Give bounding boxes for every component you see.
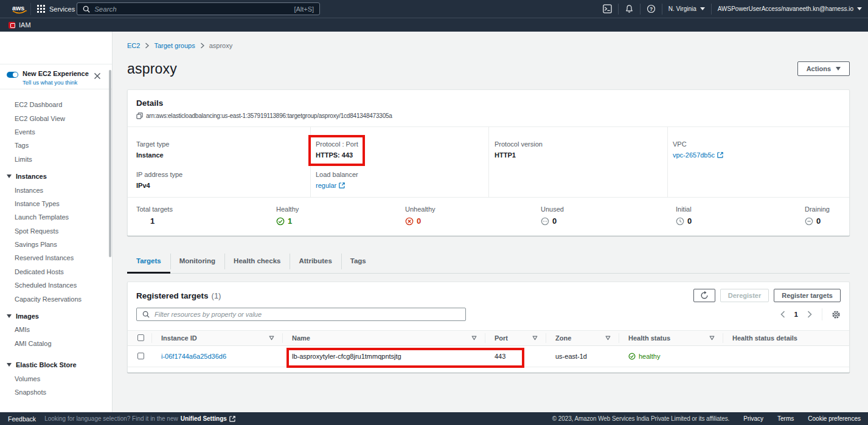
sidebar-item-ec2-dashboard[interactable]: EC2 Dashboard	[0, 98, 108, 111]
instance-id-link[interactable]: i-06f1744a6a25d36d6	[161, 353, 226, 360]
copy-icon[interactable]	[136, 112, 143, 119]
new-experience-toggle[interactable]	[7, 72, 18, 78]
tell-us-link[interactable]: Tell us what you think	[23, 79, 77, 86]
details-card: Details arn:aws:elasticloadbalancing:us-…	[127, 89, 850, 236]
sidebar-item-volumes[interactable]: Volumes	[0, 371, 108, 385]
sidebar-item-reserved-instances[interactable]: Reserved Instances	[0, 251, 108, 264]
ellipsis-circle-icon	[541, 217, 549, 226]
sort-icon[interactable]	[709, 336, 715, 340]
stat-unhealthy: Unhealthy 0	[405, 206, 436, 226]
tab-tags[interactable]: Tags	[341, 249, 375, 274]
page-number[interactable]: 1	[790, 311, 802, 318]
unified-settings-link[interactable]: Unified Settings	[181, 415, 235, 422]
tab-health-checks[interactable]: Health checks	[224, 249, 290, 274]
sidebar-item-ec2-global-view[interactable]: EC2 Global View	[0, 111, 108, 125]
stat-draining: Draining 0	[805, 206, 830, 226]
sidebar-item-limits[interactable]: Limits	[0, 153, 108, 166]
sidebar-nav: EC2 Dashboard EC2 Global View Events Tag…	[0, 98, 108, 399]
protocol-port-value: HTTPS: 443	[316, 151, 488, 159]
sidebar-item-capacity-reservations[interactable]: Capacity Reservations	[0, 292, 108, 305]
sidebar-item-instances[interactable]: Instances	[0, 183, 108, 196]
account-label: AWSPowerUserAccess/navaneeth.kn@harness.…	[718, 5, 853, 12]
global-search-box[interactable]: [Alt+S]	[77, 2, 320, 15]
filter-input[interactable]	[155, 311, 460, 318]
sort-icon[interactable]	[532, 336, 538, 340]
register-targets-button[interactable]: Register targets	[774, 289, 841, 302]
account-menu[interactable]: AWSPowerUserAccess/navaneeth.kn@harness.…	[712, 0, 868, 18]
previous-page-icon[interactable]	[780, 311, 785, 318]
breadcrumb-current: asproxy	[209, 42, 233, 49]
aws-logo-icon[interactable]: aws	[12, 3, 28, 15]
services-label: Services	[49, 5, 75, 13]
new-experience-banner: New EC2 Experience Tell us what you thin…	[0, 64, 112, 89]
column-health-status: Health status	[628, 334, 670, 342]
search-shortcut-hint: [Alt+S]	[294, 5, 314, 13]
sidebar-item-amis[interactable]: AMIs	[0, 323, 108, 336]
registered-targets-heading: Registered targets	[136, 291, 209, 300]
region-selector[interactable]: N. Virginia	[662, 0, 711, 18]
services-menu-button[interactable]: Services	[37, 5, 75, 13]
sort-icon[interactable]	[471, 336, 477, 340]
help-button[interactable]: ?	[641, 0, 662, 18]
tab-attributes[interactable]: Attributes	[290, 249, 341, 274]
sidebar-section-images[interactable]: Images	[0, 309, 108, 323]
ec2-sidebar: New EC2 Experience Tell us what you thin…	[0, 32, 113, 412]
sort-icon[interactable]	[269, 336, 274, 340]
registered-targets-table: Instance ID Name Port Zone Health status…	[128, 330, 849, 367]
favorite-iam[interactable]: IAM	[9, 21, 31, 29]
sidebar-item-launch-templates[interactable]: Launch Templates	[0, 210, 108, 224]
sidebar-scrollbar[interactable]	[109, 70, 111, 257]
cookie-preferences-link[interactable]: Cookie preferences	[808, 415, 861, 422]
close-icon[interactable]	[94, 72, 101, 80]
next-page-icon[interactable]	[807, 311, 812, 318]
sidebar-item-ami-catalog[interactable]: AMI Catalog	[0, 337, 108, 350]
iam-label: IAM	[19, 21, 31, 29]
privacy-link[interactable]: Privacy	[743, 415, 763, 422]
sort-icon[interactable]	[605, 336, 611, 340]
clock-icon	[676, 217, 684, 226]
chevron-right-icon	[145, 43, 149, 49]
sidebar-item-tags[interactable]: Tags	[0, 139, 108, 152]
svg-text:aws: aws	[12, 4, 24, 11]
sidebar-item-dedicated-hosts[interactable]: Dedicated Hosts	[0, 265, 108, 278]
breadcrumb-target-groups-link[interactable]: Target groups	[154, 42, 195, 49]
table-row: i-06f1744a6a25d36d6 lb-asproxytyler-cfcg…	[128, 346, 849, 367]
stat-initial: Initial 0	[676, 206, 692, 226]
cloudshell-button[interactable]	[597, 0, 618, 18]
svg-text:?: ?	[650, 6, 653, 12]
row-checkbox[interactable]	[137, 353, 144, 359]
target-port-cell: 443	[485, 346, 546, 367]
actions-button[interactable]: Actions	[797, 61, 850, 76]
deregister-button[interactable]: Deregister	[720, 289, 769, 302]
sidebar-item-events[interactable]: Events	[0, 125, 108, 139]
search-icon	[142, 311, 150, 318]
load-balancer-link[interactable]: regular	[316, 181, 345, 190]
sidebar-item-spot-requests[interactable]: Spot Requests	[0, 224, 108, 238]
registered-targets-count: (1)	[212, 291, 221, 300]
settings-gear-icon[interactable]	[832, 310, 841, 319]
chevron-down-icon	[700, 7, 705, 10]
sidebar-item-snapshots[interactable]: Snapshots	[0, 385, 108, 399]
sidebar-section-instances[interactable]: Instances	[0, 170, 108, 183]
sidebar-item-savings-plans[interactable]: Savings Plans	[0, 238, 108, 251]
terms-link[interactable]: Terms	[777, 415, 794, 422]
services-grid-icon	[37, 5, 45, 13]
feedback-link[interactable]: Feedback	[8, 415, 36, 423]
sidebar-item-scheduled-instances[interactable]: Scheduled Instances	[0, 278, 108, 292]
breadcrumb-ec2-link[interactable]: EC2	[127, 42, 140, 49]
stat-unused: Unused 0	[541, 206, 564, 226]
triangle-down-icon	[7, 174, 12, 178]
tab-monitoring[interactable]: Monitoring	[170, 249, 224, 274]
tab-targets[interactable]: Targets	[127, 249, 170, 274]
chevron-down-icon	[836, 67, 841, 71]
select-all-checkbox[interactable]	[137, 334, 144, 341]
console-footer: Feedback Looking for language selection?…	[0, 412, 868, 425]
global-search-input[interactable]	[94, 5, 290, 13]
vpc-link[interactable]: vpc-2657db5c	[673, 151, 723, 159]
health-status-cell: healthy	[628, 353, 723, 360]
top-navigation-bar: aws Services [Alt+S]	[0, 0, 868, 18]
sidebar-section-elastic-block-store[interactable]: Elastic Block Store	[0, 358, 108, 371]
sidebar-item-instance-types[interactable]: Instance Types	[0, 197, 108, 210]
notifications-button[interactable]	[619, 0, 640, 18]
refresh-button[interactable]	[693, 289, 715, 302]
